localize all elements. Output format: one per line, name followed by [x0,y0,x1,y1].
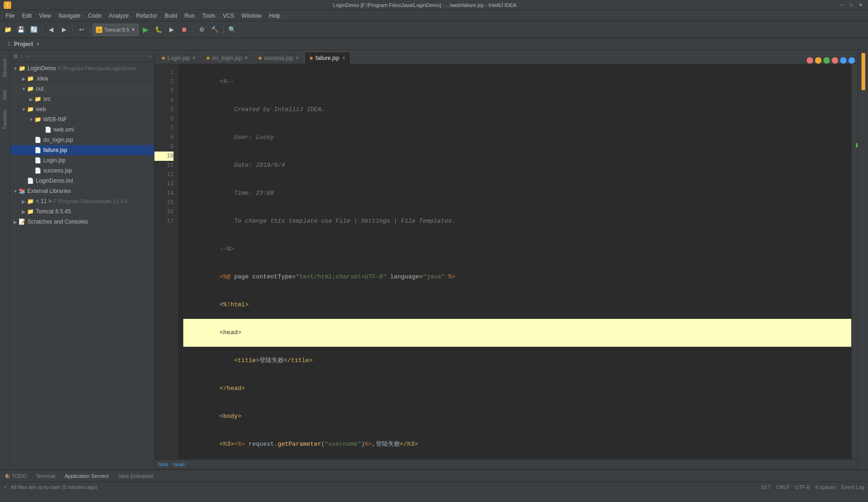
tree-item-path: F:\Program Files\Java\LoginDemo [58,66,135,71]
toolbar-ant-btn[interactable]: ⚙ [196,23,208,36]
tree-item-webxml[interactable]: ▶ 📄 web.xml [10,125,154,135]
menu-item-analyze[interactable]: Analyze [105,12,133,20]
tab-login-jsp[interactable]: ◈ Login.jsp ✕ [156,52,201,64]
run-btn[interactable]: ▶ [140,23,152,36]
breadcrumb-item-2[interactable]: head [173,462,184,467]
toolbar-build-btn[interactable]: 🔨 [209,23,221,36]
menu-item-tools[interactable]: Tools [199,12,219,20]
tab-close-btn[interactable]: ✕ [192,55,196,60]
collapse-icon[interactable]: − [148,53,151,59]
project-panel: ⚙ ↕ ⋯ − ▼ 📁 LoginDemo F:\Program Files\J… [10,50,154,469]
toolbar-undo-btn[interactable]: ↩ [75,23,87,36]
menu-item-run[interactable]: Run [181,12,199,20]
browser-icon-5[interactable] [840,57,847,64]
jdk-icon: 📁 [27,198,34,205]
ext-libs-icon: 📚 [19,188,26,194]
tab-success-jsp[interactable]: ◈ success.jsp ✕ [253,52,304,64]
tree-item-scratches[interactable]: ▶ 📝 Scratches and Consoles [10,217,154,227]
project-tab[interactable]: 1: Project ▼ [4,40,44,48]
gear-icon[interactable]: ⚙ [13,53,18,59]
toolbar-open-btn[interactable]: 📁 [2,23,14,36]
settings-icon[interactable]: ⋯ [25,53,30,59]
right-gutter-marker [861,53,865,90]
cursor-position[interactable]: 10:7 [761,484,770,490]
file-encoding[interactable]: UTF-8 [795,484,809,490]
event-log-btn[interactable]: Event Log [841,484,864,490]
tree-item-failure[interactable]: ▶ 📄 failure.jsp [10,145,154,155]
toolbar-forward-btn[interactable]: ▶ [58,23,70,36]
toolbar-find-btn[interactable]: 🔍 [226,23,238,36]
menu-item-view[interactable]: View [35,12,55,20]
web-panel-icon[interactable]: Web [1,86,9,104]
menu-item-refactor[interactable]: Refactor [133,12,161,20]
structure-panel-icon[interactable]: Structure [1,54,9,82]
java-enterprise-btn[interactable]: Java Enterprise [114,472,157,480]
tab-close-btn[interactable]: ✕ [342,55,346,60]
menu-item-help[interactable]: Help [265,12,284,20]
favorites-panel-icon[interactable]: Favorites [1,108,9,131]
toolbar-sync-btn[interactable]: 🔄 [28,23,40,36]
menu-item-edit[interactable]: Edit [18,12,35,20]
line-ending[interactable]: CRLF [776,484,790,490]
toolbar-back-btn[interactable]: ◀ [45,23,57,36]
editor-tabs: ◈ Login.jsp ✕ ◈ do_login.jsp ✕ ◈ success… [154,50,858,64]
tree-item-tomcat[interactable]: ▶ 📁 Tomcat 8.5.45 [10,206,154,217]
tree-item-success[interactable]: ▶ 📄 success.jsp [10,165,154,176]
code-content[interactable]: <%-- Created by IntelliJ IDEA. User: Luc… [178,64,851,459]
toolbar-save-btn[interactable]: 💾 [15,23,27,36]
browser-icon-2[interactable] [815,57,821,64]
restore-button[interactable]: □ [848,1,855,9]
code-editor[interactable]: 12345 6789 10 1112131415 1617 <%-- Creat… [154,64,858,459]
tree-item-label: src [43,96,51,102]
sort-icon[interactable]: ↕ [20,53,23,59]
todo-num: 6: [6,473,10,479]
main-layout: Structure Web Favorites ⚙ ↕ ⋯ − ▼ 📁 Log [0,50,868,469]
tree-item-web[interactable]: ▼ 📁 web [10,104,154,114]
app-servers-btn[interactable]: Application Servers [61,472,113,480]
tree-item-iml[interactable]: ▶ 📄 LoginDemo.iml [10,176,154,186]
debug-btn[interactable]: 🐛 [153,23,165,36]
menu-item-code[interactable]: Code [84,12,105,20]
code-line-11: <title>登陆失败</title> [183,347,851,375]
run-with-coverage-btn[interactable]: ▶ [166,23,178,36]
tab-close-btn[interactable]: ✕ [244,55,248,60]
browser-icon-3[interactable] [823,57,830,64]
menu-item-window[interactable]: Window [238,12,265,20]
stop-btn[interactable]: ⏹ [179,23,191,36]
right-sidebar [858,50,868,469]
tab-label: do_login.jsp [212,55,242,61]
close-button[interactable]: ✕ [857,1,864,9]
tab-close-btn[interactable]: ✕ [295,55,299,60]
tree-item-idea[interactable]: ▶ 📁 .idea [10,73,154,84]
browser-icon-1[interactable] [807,57,813,64]
menu-item-navigate[interactable]: Navigate [55,12,84,20]
tree-item-do-login[interactable]: ▶ 📄 do_login.jsp [10,135,154,145]
tree-item-label: Scratches and Consoles [27,218,88,225]
jsp-file-icon: 📄 [34,167,41,174]
bottom-toolbar: 6: TODO Terminal Application Servers Jav… [0,469,868,482]
menu-item-vcs[interactable]: VCS [219,12,238,20]
tree-item-jdk11[interactable]: ▶ 📁 < 11 > F:\Program Files\Java\jdk-11.… [10,196,154,206]
tree-item-login[interactable]: ▶ 📄 Login.jsp [10,155,154,165]
tab-bar-actions [807,57,855,64]
minimize-button[interactable]: ─ [838,1,846,9]
indent-setting[interactable]: 4 spaces [815,484,835,490]
breadcrumb-item-1[interactable]: html [158,462,168,467]
tree-item-loginDemo[interactable]: ▼ 📁 LoginDemo F:\Program Files\Java\Logi… [10,63,154,73]
tree-item-ext-libs[interactable]: ▼ 📚 External Libraries [10,186,154,196]
menu-item-file[interactable]: File [2,12,18,20]
project-panel-header: ⚙ ↕ ⋯ − [10,50,154,62]
status-message: All files are up-to-date (5 minutes ago) [11,484,97,490]
tree-item-out[interactable]: ▼ 📁 out [10,84,154,94]
terminal-btn[interactable]: Terminal [32,472,59,480]
todo-btn[interactable]: 6: TODO [2,472,30,480]
tab-do-login-jsp[interactable]: ◈ do_login.jsp ✕ [201,52,253,64]
tree-item-src[interactable]: ▶ 📁 src [10,94,154,104]
browser-icon-6[interactable] [848,57,855,64]
menu-item-build[interactable]: Build [161,12,181,20]
browser-icon-4[interactable] [832,57,838,64]
tree-item-web-inf[interactable]: ▼ 📁 WEB-INF [10,114,154,125]
run-config-selector[interactable]: 🐱 Tomcat 8.5 ▼ [93,24,139,36]
tab-failure-jsp[interactable]: ◈ failure.jsp ✕ [304,52,350,64]
xml-file-icon: 📄 [45,126,52,133]
